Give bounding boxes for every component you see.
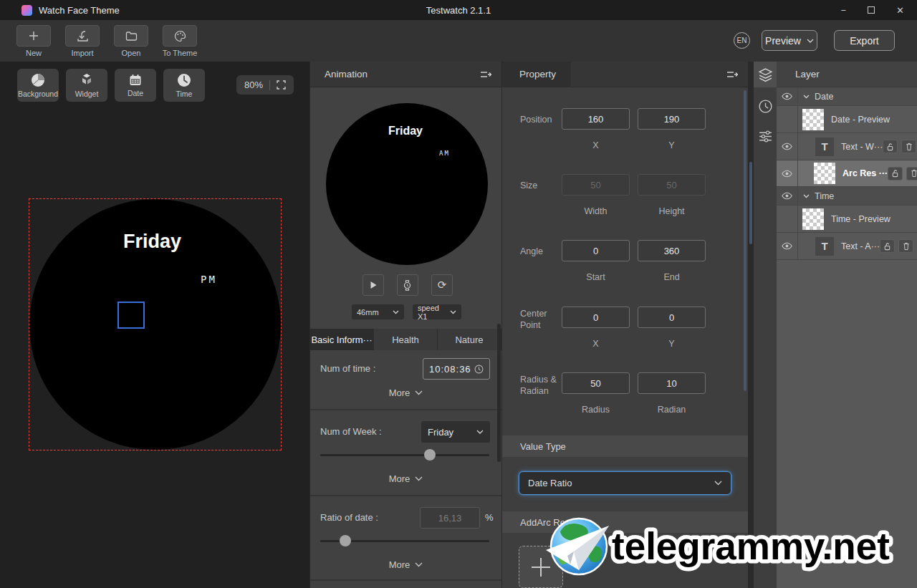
- num-of-time-input[interactable]: 10:08:36: [423, 358, 490, 380]
- chevron-down-icon: [415, 476, 423, 481]
- zoom-control[interactable]: 80%: [236, 75, 294, 95]
- time-tool-button[interactable]: Time: [163, 69, 205, 102]
- layer-item-time-preview[interactable]: Time - Preview: [777, 206, 917, 233]
- fit-screen-icon[interactable]: [277, 80, 286, 90]
- clock-small-icon: [474, 365, 484, 374]
- timeline-tab-button[interactable]: [754, 93, 777, 119]
- text-layer-thumbnail[interactable]: T: [815, 237, 834, 256]
- ratio-of-date-label: Ratio of date :: [320, 512, 378, 523]
- position-y-sublabel: Y: [638, 140, 706, 150]
- selection-box[interactable]: [117, 302, 145, 329]
- angle-start-input[interactable]: 0: [562, 240, 630, 261]
- to-theme-button[interactable]: To Theme: [162, 25, 198, 57]
- import-button[interactable]: Import: [64, 25, 100, 57]
- plus-icon: [28, 30, 39, 42]
- property-panel-scrollbar[interactable]: [744, 90, 746, 391]
- divider-scroll-thumb[interactable]: [749, 162, 752, 244]
- close-icon[interactable]: ✕: [896, 5, 904, 16]
- eye-icon[interactable]: [781, 242, 793, 250]
- maximize-icon[interactable]: [868, 6, 875, 14]
- import-button-label: Import: [71, 49, 93, 57]
- unlock-button[interactable]: [880, 239, 895, 253]
- ratio-slider-thumb[interactable]: [340, 535, 351, 546]
- layers-tab-button[interactable]: [754, 62, 777, 87]
- layer-item-label: Time - Preview: [831, 214, 890, 224]
- tab-nature[interactable]: Nature: [438, 329, 501, 350]
- eye-icon[interactable]: [781, 92, 793, 100]
- tab-basic-information[interactable]: Basic Inform···: [310, 329, 374, 350]
- date-tool-button[interactable]: Date: [115, 69, 156, 102]
- size-height-input[interactable]: 50: [638, 174, 706, 196]
- layer-group-date[interactable]: Date: [777, 87, 917, 106]
- week-slider-track[interactable]: [320, 454, 489, 456]
- eye-icon[interactable]: [781, 170, 793, 178]
- export-button[interactable]: Export: [834, 30, 895, 51]
- speed-value: speed X1: [418, 304, 443, 321]
- unlock-button[interactable]: [883, 140, 898, 153]
- minimize-icon[interactable]: −: [841, 5, 847, 16]
- collapse-panel-icon[interactable]: [480, 70, 491, 79]
- ratio-of-date-input[interactable]: 16,13: [420, 507, 480, 529]
- value-type-value: Date Ratio: [528, 478, 572, 488]
- tab-health[interactable]: Health: [374, 329, 438, 350]
- layer-thumbnail[interactable]: [802, 208, 824, 230]
- play-icon: [370, 281, 378, 289]
- position-y-input[interactable]: 190: [638, 108, 706, 130]
- layer-item-label: Text - W···: [841, 142, 883, 152]
- add-arc-resource-button[interactable]: [519, 546, 563, 588]
- replay-button[interactable]: ⟳: [431, 274, 453, 296]
- delete-button[interactable]: [898, 239, 913, 253]
- new-button[interactable]: New: [16, 25, 52, 57]
- zoom-divider: [269, 80, 270, 90]
- value-type-select[interactable]: Date Ratio: [519, 471, 731, 495]
- percent-unit: %: [485, 512, 494, 523]
- delete-button[interactable]: [901, 140, 916, 153]
- mid-panel-scrollbar[interactable]: [497, 324, 501, 462]
- layer-item-text-week[interactable]: T Text - W···: [777, 133, 917, 160]
- angle-end-input[interactable]: 360: [638, 240, 706, 261]
- meridiem-text-element[interactable]: PM: [201, 274, 217, 285]
- radian-input[interactable]: 10: [638, 372, 706, 394]
- widget-tool-button[interactable]: Widget: [66, 69, 107, 102]
- watch-size-select[interactable]: 46mm: [352, 304, 404, 319]
- radius-radian-label: Radius & Radian: [520, 374, 562, 397]
- more-time-link[interactable]: More: [310, 387, 501, 398]
- center-y-input[interactable]: 0: [638, 307, 706, 328]
- num-of-week-select[interactable]: Friday: [421, 421, 490, 443]
- radius-input[interactable]: 50: [562, 372, 630, 394]
- layer-item-arc-res-selected[interactable]: Arc Res ···: [777, 160, 917, 187]
- week-slider-thumb[interactable]: [424, 449, 436, 461]
- more-label: More: [389, 387, 411, 398]
- layer-group-time[interactable]: Time: [777, 187, 917, 206]
- collapse-panel-icon[interactable]: [726, 70, 738, 79]
- language-badge[interactable]: EN: [734, 32, 750, 49]
- layer-thumbnail[interactable]: [814, 163, 835, 184]
- more-ratio-link[interactable]: More: [310, 559, 501, 570]
- preview-button[interactable]: Preview: [762, 30, 817, 51]
- open-button[interactable]: Open: [113, 25, 149, 57]
- more-week-link[interactable]: More: [310, 473, 501, 484]
- unlock-button[interactable]: [888, 167, 903, 180]
- speed-select[interactable]: speed X1: [413, 304, 461, 319]
- position-x-input[interactable]: 160: [562, 108, 630, 130]
- size-width-input[interactable]: 50: [562, 174, 630, 196]
- eye-icon[interactable]: [781, 192, 793, 200]
- weekday-text-element[interactable]: Friday: [29, 231, 275, 253]
- adjustments-tab-button[interactable]: [754, 123, 777, 149]
- layer-item-date-preview[interactable]: Date - Preview: [777, 106, 917, 133]
- week-slider[interactable]: [320, 449, 489, 461]
- watch-preview-button[interactable]: [397, 274, 418, 296]
- num-of-week-value: Friday: [428, 427, 453, 438]
- text-layer-thumbnail[interactable]: T: [815, 138, 834, 156]
- more-label: More: [389, 473, 411, 484]
- cube-icon: [79, 72, 95, 88]
- ratio-slider[interactable]: [320, 535, 489, 546]
- background-tool-button[interactable]: Background: [17, 69, 59, 102]
- layer-thumbnail[interactable]: [802, 109, 824, 130]
- center-x-input[interactable]: 0: [562, 307, 630, 328]
- delete-button[interactable]: [906, 167, 917, 180]
- eye-icon[interactable]: [781, 143, 793, 150]
- layer-item-text-ampm[interactable]: T Text - A···: [777, 233, 917, 260]
- play-button[interactable]: [363, 274, 384, 296]
- layer-item-label: Text - A···: [841, 241, 880, 251]
